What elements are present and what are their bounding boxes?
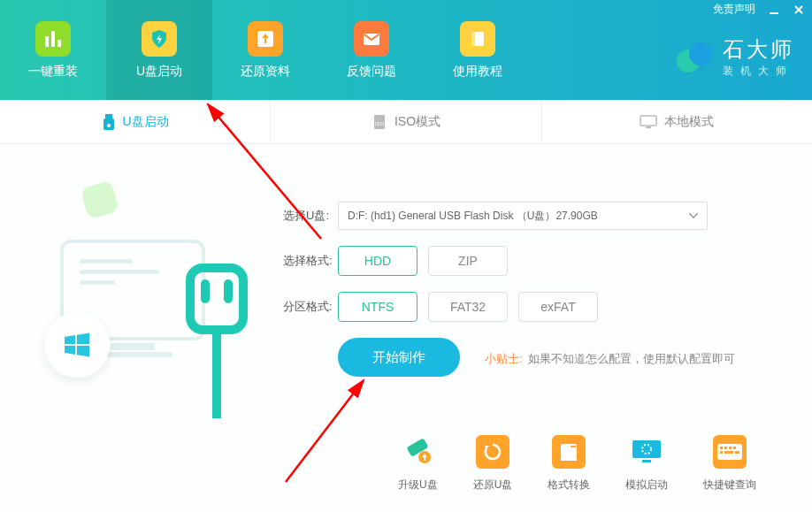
svg-rect-23: [80, 270, 159, 274]
svg-rect-19: [62, 241, 203, 339]
disk-icon: [552, 435, 586, 469]
select-value: D:F: (hd1) General USB Flash Disk （U盘）27…: [348, 209, 598, 224]
disclaimer-link[interactable]: 免责声明: [713, 2, 755, 17]
bar-chart-icon: [35, 21, 71, 57]
tab-label: 本地模式: [664, 114, 714, 130]
nav-label: 反馈问题: [347, 64, 396, 80]
iso-file-icon: ISO: [372, 114, 387, 130]
svg-rect-12: [105, 114, 112, 118]
svg-rect-18: [646, 126, 651, 128]
usb-drive-select[interactable]: D:F: (hd1) General USB Flash Disk （U盘）27…: [338, 202, 708, 230]
tab-label: ISO模式: [395, 114, 440, 130]
svg-rect-42: [733, 447, 736, 449]
svg-rect-22: [80, 259, 133, 264]
svg-rect-21: [93, 352, 172, 357]
svg-rect-17: [640, 116, 656, 126]
svg-point-11: [689, 42, 712, 65]
window-controls: 免责声明: [713, 2, 805, 17]
main-content: 选择U盘: D:F: (hd1) General USB Flash Disk …: [0, 144, 812, 512]
windows-logo-icon: [44, 312, 110, 378]
svg-rect-7: [770, 12, 778, 14]
svg-rect-1: [51, 31, 55, 47]
tool-label: 模拟启动: [625, 478, 668, 493]
svg-rect-43: [720, 451, 723, 454]
tool-label: 格式转换: [548, 478, 590, 493]
bottom-toolbar: 升级U盘 还原U盘 格式转换 模拟启动 快捷键查: [398, 435, 756, 493]
brand-title: 石大师: [723, 35, 794, 64]
usb-form: 选择U盘: D:F: (hd1) General USB Flash Disk …: [283, 202, 761, 393]
tool-label: 升级U盘: [398, 478, 438, 493]
svg-rect-24: [80, 280, 115, 285]
option-fat32[interactable]: FAT32: [428, 292, 508, 322]
monitor-gear-icon: [630, 435, 663, 469]
label-partition: 分区格式:: [283, 299, 338, 315]
nav-label: 还原资料: [241, 64, 290, 80]
tab-iso-mode[interactable]: ISO ISO模式: [270, 100, 540, 143]
tool-shortcut-query[interactable]: 快捷键查询: [703, 435, 756, 493]
label-format: 选择格式:: [283, 253, 338, 269]
mail-icon: [354, 21, 389, 57]
tab-label: U盘启动: [123, 114, 169, 130]
app-header: 一键重装 U盘启动 还原资料 反馈问题 使用教程 免责声明 石大师: [0, 0, 812, 100]
brand-logo-icon: [675, 38, 714, 77]
svg-rect-37: [642, 460, 651, 462]
monitor-icon: [640, 115, 657, 129]
tip-label: 小贴士:: [485, 351, 523, 367]
svg-rect-20: [111, 343, 155, 350]
sub-tabs: U盘启动 ISO ISO模式 本地模式: [0, 100, 812, 144]
nav-restore-data[interactable]: 还原资料: [212, 0, 318, 100]
option-zip[interactable]: ZIP: [428, 246, 508, 276]
svg-rect-44: [724, 451, 733, 454]
tool-label: 快捷键查询: [703, 478, 756, 493]
chevron-down-icon: [689, 213, 698, 218]
upload-box-icon: [248, 21, 283, 57]
nav-label: 一键重装: [28, 64, 78, 80]
start-button[interactable]: 开始制作: [338, 338, 460, 377]
svg-rect-0: [45, 36, 49, 47]
usb-stick-icon: [102, 114, 116, 130]
svg-point-14: [107, 124, 111, 127]
svg-rect-40: [724, 447, 727, 449]
brand-subtitle: 装机大师: [723, 64, 794, 79]
option-ntfs[interactable]: NTFS: [338, 292, 417, 322]
restore-icon: [476, 435, 509, 469]
tool-convert-format[interactable]: 格式转换: [548, 435, 590, 493]
tab-local-mode[interactable]: 本地模式: [541, 100, 812, 143]
tool-restore-usb[interactable]: 还原U盘: [473, 435, 513, 493]
svg-rect-33: [561, 457, 577, 461]
option-exfat[interactable]: exFAT: [518, 292, 598, 322]
svg-rect-45: [735, 451, 739, 454]
svg-rect-35: [632, 440, 661, 458]
nav-tutorial[interactable]: 使用教程: [425, 0, 531, 100]
label-select-usb: 选择U盘:: [283, 208, 338, 224]
svg-rect-26: [190, 268, 243, 330]
tool-label: 还原U盘: [473, 478, 513, 493]
svg-rect-25: [80, 180, 119, 219]
nav-one-click-reinstall[interactable]: 一键重装: [0, 0, 106, 100]
nav-usb-boot[interactable]: U盘启动: [106, 0, 212, 100]
option-hdd[interactable]: HDD: [338, 246, 417, 276]
tip-text: 如果不知道怎么配置，使用默认配置即可: [528, 351, 735, 367]
nav-feedback[interactable]: 反馈问题: [318, 0, 425, 100]
svg-rect-6: [471, 32, 475, 46]
decorative-illustration: [44, 171, 248, 418]
svg-text:ISO: ISO: [375, 121, 385, 126]
nav-label: U盘启动: [136, 64, 182, 80]
tab-usb-boot[interactable]: U盘启动: [0, 100, 270, 143]
usb-upgrade-icon: [401, 435, 434, 469]
close-button[interactable]: [793, 4, 805, 16]
svg-rect-2: [57, 40, 61, 47]
nav-label: 使用教程: [453, 64, 502, 80]
brand: 石大师 装机大师: [675, 35, 794, 79]
minimize-button[interactable]: [768, 4, 780, 16]
shield-bolt-icon: [142, 21, 177, 57]
tool-simulate-boot[interactable]: 模拟启动: [625, 435, 668, 493]
tool-upgrade-usb[interactable]: 升级U盘: [398, 435, 438, 493]
svg-rect-39: [720, 447, 723, 449]
keyboard-icon: [713, 435, 747, 469]
svg-rect-41: [729, 447, 732, 449]
book-icon: [460, 21, 495, 57]
svg-rect-34: [571, 446, 576, 447]
